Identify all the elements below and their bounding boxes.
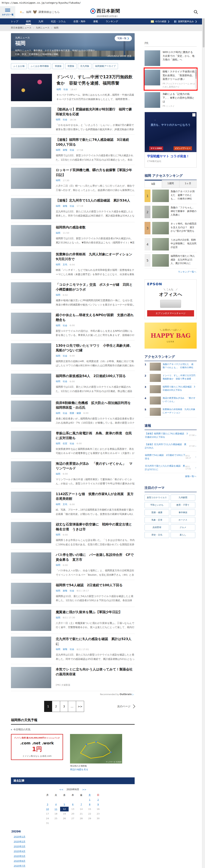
search-button[interactable]: [194, 10, 198, 15]
access-ranking-item[interactable]: 2ドンペリ、すし…中洲で123万円無銭飲食か 容疑で男を逮捕: [145, 372, 197, 384]
article-tag-link[interactable]: 福岡: [56, 503, 60, 506]
ranking-item[interactable]: 1負傷のアオバズクが消えた 盗難？それとも… 行橋市の神社: [145, 188, 197, 204]
article-tag-link[interactable]: 社会: [70, 589, 74, 592]
calendar-day[interactable]: 2: [94, 797, 102, 802]
sokuho-more-link[interactable]: 速報一覧へ: [145, 473, 197, 479]
article-tag-link[interactable]: 社会: [63, 412, 67, 415]
theme-chip[interactable]: 医療・健康: [145, 509, 169, 516]
article-row[interactable]: 【速報】北九州市で11人の感染確認 累計534人福岡速報社会17:18北九州市は…: [11, 195, 135, 222]
article-title[interactable]: 病床6割稼働に危機感 拡大防止へ宿泊施設利用を 福岡県医監・白石氏: [56, 401, 135, 410]
theme-chip[interactable]: 高校野球: [145, 524, 169, 530]
article-title[interactable]: 本気でシミに立ち向かう人は使ってみて！製薬会社の薬用美容液: [56, 667, 135, 677]
pr-title[interactable]: 朗報！ステロイド不使用の肌荒れ改善法、「医薬部外品」薬用クリームが凄い: [163, 70, 197, 81]
sokuho-item[interactable]: 北九州市で新たに5人の感染を確認 累計は523人に8/11 17:01›: [145, 462, 197, 473]
article-tag-link[interactable]: 社会: [63, 118, 67, 121]
article-title[interactable]: 北九州市で新たに5人の感染を確認 累計は523人に: [56, 637, 135, 646]
article-title[interactable]: 【速報】福岡県で新たに76人感染確認 3日連続100人下回る: [56, 137, 135, 147]
article-title[interactable]: 海辺の夜景望み夕涼み 「夜のすいぞくかん」 マリンワールド: [56, 461, 135, 471]
ranking-item[interactable]: 2負傷の「フクちゃん」神社で療養中 参拝者の人気者に: [145, 204, 197, 220]
calendar-day[interactable]: 5: [60, 802, 69, 807]
article-tag-link[interactable]: 社会: [63, 380, 67, 383]
calendar-day[interactable]: 12: [60, 807, 69, 811]
sokuho-item[interactable]: 福岡県で54人確認 2日連続で100人下回る8/11 18:17›: [145, 452, 197, 462]
article-title[interactable]: ドンペリ、すし…中洲で123万円無銭飲食か 容疑で男を逮捕、福岡県警: [56, 74, 135, 86]
article-tag-link[interactable]: 文化: [63, 503, 67, 506]
article-row[interactable]: 海辺の夜景望み夕涼み 「夜のすいぞくかん」 マリンワールド福岡6:00マリンワー…: [11, 459, 135, 489]
ranking-item[interactable]: 3ネット時代、街の模型店を支えるのは？ 遠方から“昔の少年”競売も: [145, 220, 197, 236]
article-title[interactable]: 福岡県で54人確認 2日連続で100人下回る: [56, 583, 135, 588]
archive-month-link[interactable]: 2020年1月: [11, 834, 135, 839]
article-tag-link[interactable]: 福岡: [56, 179, 60, 182]
edition-filter-chip[interactable]: 筑後版: [53, 63, 64, 69]
archive-month-link[interactable]: 2020年2月: [11, 839, 135, 844]
archive-month-link[interactable]: 2020年3月: [11, 844, 135, 849]
breadcrumb-kyushu[interactable]: 九州ニュース: [36, 26, 50, 29]
article-tag-link[interactable]: 福岡: [56, 324, 60, 327]
article-title[interactable]: 【動画あり】肥薩線観光列車が特別運行 福岡で豪雨被災地を応援: [56, 107, 135, 117]
article-row[interactable]: 頑丈な石室弾薬庫や防空壕に 戦時中の重定古墳と楠名古墳 うきは市福岡6:00福岡…: [11, 519, 135, 550]
ranking-tab[interactable]: 1日: [145, 180, 162, 188]
article-tag-link[interactable]: 福岡: [56, 148, 60, 152]
article-tag-link[interactable]: 福岡: [56, 648, 60, 651]
todays-paper-link[interactable]: 今日の紙面❯: [151, 20, 170, 23]
article-tag-link[interactable]: 福岡: [56, 412, 60, 415]
ranking-item[interactable]: 5福岡県内で新たに76人感染 北九州市は11人、累計3138人に: [145, 252, 197, 269]
happybag-ad[interactable]: ＼ お得がいっぱい ／ HAPPY BAG LUXA: [145, 322, 197, 349]
article-row[interactable]: 1142匹アートな猫 筑豊の作家8人が企画展 直方谷尾美術館福岡文化6:00絵、…: [11, 489, 135, 519]
article-tag-link[interactable]: 社会: [70, 442, 74, 445]
ranking-item[interactable]: 4うきは市の2古墳、戦時中は弾薬庫に 地元住民が証言: [145, 236, 197, 252]
breadcrumb-home[interactable]: 西日本新聞ニュース: [11, 26, 31, 29]
ranking-more-link[interactable]: ランキング一覧へ: [145, 269, 197, 275]
article-tag-link[interactable]: 福岡: [56, 205, 60, 208]
category-menu-button[interactable]: カテゴリ一覧: [0, 6, 15, 19]
article-row[interactable]: 【速報】福岡県で新たに76人感染確認 3日連続100人下回る福岡速報社会17:5…: [11, 134, 135, 165]
theme-chip[interactable]: 九州豪雨: [171, 495, 195, 501]
edition-filter-chip[interactable]: ふくおか都市圏版: [28, 63, 51, 69]
pr-article-row[interactable]: 本気でシミに立ち向かう人は使ってみて！製薬会社の薬用美容液[PR] 大塚製薬: [11, 664, 135, 691]
article-row[interactable]: 北九州市で新たに5人の感染を確認 累計は523人に福岡速報社会8/11 17:0…: [11, 634, 135, 664]
article-row[interactable]: 筑豊舞台の井筒映画 九州人対象にオーディション 9月田川市で福岡文化6:04映画…: [11, 249, 135, 279]
article-tag-link[interactable]: 福岡: [56, 589, 60, 592]
article-tag-link[interactable]: 社会: [70, 148, 74, 152]
article-tag-link[interactable]: 佐賀: [63, 442, 67, 445]
article-title[interactable]: 福岡県の新規感染54人 2日連続100人下回る: [56, 374, 135, 378]
article-tag-link[interactable]: 福岡: [56, 88, 61, 91]
article-tag-link[interactable]: 福岡: [56, 533, 60, 536]
article-tag-link[interactable]: 福岡: [56, 231, 60, 235]
article-row[interactable]: 脊振山系に風力発電計画 糸島、唐津の県境 住民に反対活動も福岡佐賀社会6:00佐…: [11, 428, 135, 459]
ad-mini-scrollbar[interactable]: ▲▼: [195, 69, 197, 89]
nav-item-kyushu[interactable]: 九州: [35, 19, 47, 25]
site-logo[interactable]: 西日本新聞 2020年8月12日(水): [90, 8, 120, 18]
calendar-day[interactable]: 11: [52, 807, 60, 811]
nav-item-series[interactable]: 連載: [89, 19, 102, 25]
calendar-day[interactable]: 7: [77, 802, 86, 807]
edition-filter-chip[interactable]: 福岡連載アーカイブ: [93, 63, 118, 69]
sokuho-item-title[interactable]: 福岡県で54人確認 2日連続で100人下回る: [145, 454, 185, 460]
article-row[interactable]: 福岡県内の感染者数福岡11:50福岡県では11日、新型コロナウイルスの新規感染者…: [11, 222, 135, 249]
article-tag-link[interactable]: 福岡: [56, 563, 60, 567]
article-tag-link[interactable]: 福岡: [56, 380, 60, 383]
ad-info-icon[interactable]: ⓘ: [192, 113, 196, 117]
article-title[interactable]: 【速報】北九州市で11人の感染確認 累計534人: [56, 198, 135, 203]
calendar-prev-button[interactable]: <<: [59, 788, 63, 791]
article-row[interactable]: 130キロ先で咲いたヒマワリ 小学生と高齢夫婦、風船がつないだ縁福岡社会6:00…: [11, 340, 135, 371]
article-tag-link[interactable]: 社会: [63, 324, 67, 327]
calendar-day[interactable]: 1: [86, 797, 94, 802]
map-ad-link[interactable]: 周辺の地図を見る: [70, 768, 122, 771]
access-ranking-item-title[interactable]: 福岡県で新たに76人感染確認 3日連続100人下回る: [163, 385, 197, 393]
article-row[interactable]: ドンペリ、すし…中洲で123万円無銭飲食か 容疑で男を逮捕、福岡県警福岡社会18…: [11, 71, 135, 104]
article-row[interactable]: 魔翼遂に我が久留米を襲ふ【軍国少年日記】福岡8/11 17:30八月十一日（土）…: [11, 607, 135, 634]
edition-filter-chip[interactable]: 筑豊版: [65, 63, 77, 69]
theme-chip[interactable]: 新型コロナウイルス: [145, 495, 169, 501]
theme-chip[interactable]: 事件事故: [171, 509, 195, 516]
theme-chip[interactable]: 暮らし: [171, 532, 195, 538]
access-ranking-item[interactable]: 4海辺の夜景望み夕涼み 「夜のすいぞくかん」: [145, 395, 197, 406]
sokuho-item-title[interactable]: 北九州市で新たに5人の感染を確認 累計は523人に: [145, 464, 185, 471]
access-ranking-item-title[interactable]: 負傷のアオバズクが消えた 盗難？それとも… 行橋市の神社: [163, 363, 197, 371]
yamato-ad-title[interactable]: 宇宙戦艦ヤマト コラボ発進！: [147, 154, 194, 158]
article-tag-link[interactable]: 社会: [63, 88, 68, 91]
article-title[interactable]: ロッキード双胴機七機、驛の方を銃爆撃【軍国少年日記】: [56, 168, 135, 177]
pr-title[interactable]: 加齢による「記憶力の低下」、食事との意外な関係とは: [163, 92, 197, 103]
ranking-item-title[interactable]: うきは市の2古墳、戦時中は弾薬庫に 地元住民が証言: [171, 238, 197, 250]
sokuho-item-title[interactable]: 【速報】北九州市で11人の感染確認 累計534人: [145, 443, 188, 450]
